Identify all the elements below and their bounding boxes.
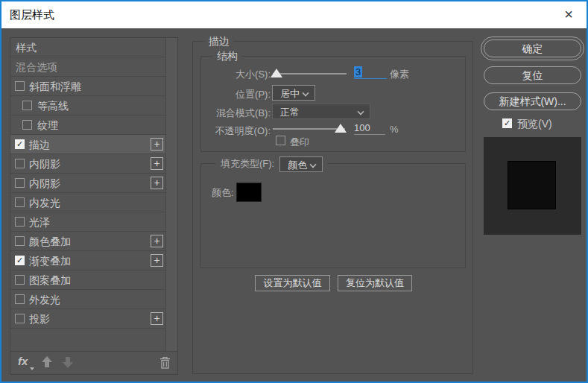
size-label: 大小(S): (193, 68, 271, 81)
sidebar-item-contour[interactable]: 等高线 (10, 96, 165, 115)
sidebar-item-stroke[interactable]: ✓描边+ (10, 135, 165, 154)
make-default-button[interactable]: 设置为默认值 (255, 275, 330, 291)
list-scrollbar[interactable] (165, 38, 177, 351)
unchecked-checkbox[interactable] (15, 275, 25, 285)
new-style-button[interactable]: 新建样式(W)... (484, 92, 581, 110)
sidebar-item-label: 渐变叠加 (29, 255, 71, 268)
unchecked-checkbox[interactable] (15, 217, 25, 227)
opacity-slider-thumb[interactable] (335, 124, 347, 133)
preview-thumbnail (484, 137, 581, 235)
checked-checkbox[interactable]: ✓ (15, 256, 25, 265)
reset-button[interactable]: 复位 (484, 66, 581, 84)
sidebar-item-outer-glow[interactable]: 外发光 (10, 290, 165, 309)
preview-layer-swatch (508, 161, 556, 209)
sidebar-item-gradient-overlay[interactable]: ✓渐变叠加+ (10, 251, 165, 270)
position-dropdown[interactable]: 居中 (272, 85, 315, 101)
color-swatch[interactable] (236, 183, 262, 202)
structure-group-title: 结构 (213, 50, 241, 63)
fx-icon: fx (18, 355, 28, 367)
fill-type-legend: 填充类型(F): 颜色 (216, 155, 327, 173)
blend-mode-label: 混合模式(B): (193, 107, 271, 120)
trash-icon[interactable] (159, 356, 171, 372)
stroke-panel: 描边 结构 大小(S): 3 像素 位置(P): 居中 混合模式(B): 正常 (192, 41, 473, 374)
add-effect-icon[interactable]: + (151, 312, 163, 325)
sidebar-item-label: 内阴影 (29, 158, 60, 171)
opacity-input[interactable]: 100 (354, 122, 385, 135)
list-toolbar: fx (10, 351, 177, 374)
style-list-rows: 样式混合选项斜面和浮雕等高线纹理✓描边+内阴影+内阴影+内发光光泽颜色叠加+✓渐… (10, 38, 165, 351)
unchecked-checkbox[interactable] (15, 159, 25, 168)
sidebar-item-inner-shadow-2[interactable]: 内阴影+ (10, 174, 165, 193)
sidebar-item-texture[interactable]: 纹理 (10, 115, 165, 135)
dialog-title: 图层样式 (10, 1, 54, 28)
unchecked-checkbox[interactable] (22, 101, 32, 110)
blend-mode-value: 正常 (280, 106, 300, 119)
add-effect-icon[interactable]: + (151, 254, 163, 267)
sidebar-item-pattern-overlay[interactable]: 图案叠加 (10, 270, 165, 290)
size-value: 3 (354, 66, 362, 77)
sidebar-item-inner-shadow[interactable]: 内阴影+ (10, 154, 165, 174)
sidebar-item-styles[interactable]: 样式 (10, 38, 165, 57)
style-list-panel: 样式混合选项斜面和浮雕等高线纹理✓描边+内阴影+内阴影+内发光光泽颜色叠加+✓渐… (10, 37, 178, 375)
sidebar-item-label: 样式 (16, 42, 37, 55)
sidebar-item-color-overlay[interactable]: 颜色叠加+ (10, 232, 165, 251)
position-label: 位置(P): (193, 88, 271, 101)
unchecked-checkbox[interactable] (15, 178, 25, 188)
sidebar-item-drop-shadow[interactable]: 投影+ (10, 309, 165, 329)
unchecked-checkbox[interactable] (15, 294, 25, 304)
sidebar-item-label: 颜色叠加 (29, 235, 71, 249)
sidebar-item-satin[interactable]: 光泽 (10, 212, 165, 232)
reset-default-button[interactable]: 复位为默认值 (338, 275, 412, 291)
opacity-unit: % (390, 124, 399, 135)
size-slider-thumb[interactable] (271, 69, 282, 77)
opacity-label: 不透明度(O): (193, 124, 271, 138)
opacity-value: 100 (354, 122, 370, 133)
sidebar-item-label: 混合选项 (16, 61, 57, 75)
overprint-label: 叠印 (290, 136, 309, 149)
sidebar-item-label: 斜面和浮雕 (29, 80, 81, 94)
color-label: 颜色: (212, 186, 234, 200)
sidebar-item-label: 内发光 (29, 197, 60, 210)
fill-type-label: 填充类型(F): (221, 157, 274, 171)
unchecked-checkbox[interactable] (22, 120, 32, 130)
stroke-panel-title: 描边 (205, 35, 233, 48)
sidebar-item-label: 描边 (29, 139, 50, 152)
layer-style-dialog: 图层样式 × 样式混合选项斜面和浮雕等高线纹理✓描边+内阴影+内阴影+内发光光泽… (0, 0, 588, 383)
unchecked-checkbox[interactable] (15, 81, 25, 91)
sidebar-item-inner-glow[interactable]: 内发光 (10, 193, 165, 212)
sidebar-item-blending-options[interactable]: 混合选项 (10, 57, 165, 77)
add-effect-icon[interactable]: + (151, 138, 163, 151)
sidebar-item-label: 图案叠加 (29, 274, 71, 288)
unchecked-checkbox[interactable] (15, 314, 25, 323)
sidebar-item-label: 纹理 (37, 119, 58, 133)
dialog-content: 样式混合选项斜面和浮雕等高线纹理✓描边+内阴影+内阴影+内发光光泽颜色叠加+✓渐… (1, 28, 587, 382)
sidebar-item-label: 光泽 (29, 216, 50, 230)
size-input[interactable]: 3 (354, 66, 387, 79)
chevron-down-icon (358, 109, 363, 114)
sidebar-item-label: 投影 (29, 313, 50, 326)
blend-mode-dropdown[interactable]: 正常 (272, 104, 370, 119)
checked-checkbox[interactable]: ✓ (15, 139, 25, 149)
size-unit: 像素 (390, 68, 409, 81)
titlebar: 图层样式 × (1, 1, 587, 28)
fx-menu-button[interactable]: fx (18, 355, 28, 367)
unchecked-checkbox[interactable] (15, 197, 25, 207)
add-effect-icon[interactable]: + (151, 235, 163, 247)
fx-caret-icon (30, 367, 34, 370)
fill-type-dropdown[interactable]: 颜色 (279, 156, 323, 172)
fill-type-group: 填充类型(F): 颜色 颜色: (200, 163, 466, 268)
size-slider-track[interactable] (273, 73, 347, 75)
sidebar-item-label: 内阴影 (29, 177, 60, 191)
unchecked-checkbox[interactable] (15, 236, 25, 246)
move-down-icon[interactable] (63, 356, 73, 368)
move-up-icon[interactable] (42, 356, 52, 368)
chevron-down-icon (310, 162, 315, 167)
ok-button[interactable]: 确定 (484, 39, 581, 57)
close-icon[interactable]: × (553, 1, 584, 28)
add-effect-icon[interactable]: + (151, 177, 163, 189)
add-effect-icon[interactable]: + (151, 157, 163, 170)
preview-checkbox[interactable]: ✓ (502, 118, 512, 128)
overprint-checkbox[interactable] (276, 136, 285, 145)
position-value: 居中 (280, 87, 300, 101)
sidebar-item-bevel-and-emboss[interactable]: 斜面和浮雕 (10, 77, 165, 96)
